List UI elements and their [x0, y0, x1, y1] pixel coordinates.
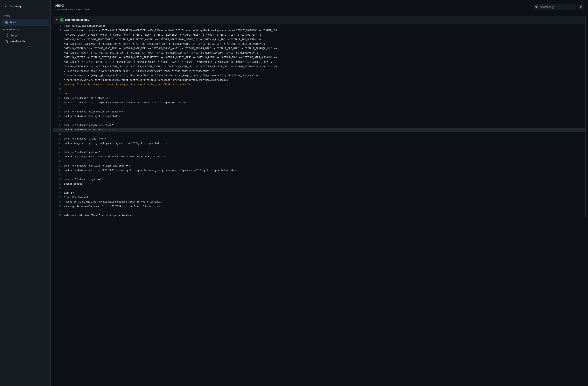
- log-line[interactable]: 57Warning: Permanently added '***' (ED25…: [53, 204, 586, 209]
- log-line[interactable]: 44: [53, 146, 586, 150]
- line-content: "/home/runner/work/_temp/_github_workflo…: [63, 73, 586, 78]
- line-number: 59: [53, 213, 63, 218]
- jobs-section-label: Jobs: [0, 13, 50, 19]
- line-content: exit $?: [63, 191, 586, 195]
- line-number: 53: [53, 186, 63, 191]
- line-content: Start Run Command: [63, 195, 586, 200]
- line-number: [53, 46, 63, 47]
- line-content: echo -e "2.docker stop myblog container=…: [63, 110, 586, 114]
- line-number: 29: [53, 28, 63, 33]
- log-line[interactable]: 53: [53, 186, 586, 191]
- line-number: 36: [53, 110, 63, 114]
- line-content: /usr/bin/docker run --name f5f7bb81f11ff…: [63, 28, 586, 33]
- chevron-icon: ▼: [56, 19, 58, 21]
- line-content: [63, 146, 586, 150]
- log-line[interactable]: "GITHUB_RETENTION_DAYS" -e "GITHUB_RUN_A…: [53, 42, 586, 46]
- job-header[interactable]: ▼ ssh remote deploy 1: [53, 16, 586, 24]
- line-content: ▶Run fifsky/ssh-action@master: [63, 24, 586, 28]
- log-line[interactable]: "GITHUB_SHA" -e "GITHUB_REPOSITORY" -e "…: [53, 38, 586, 42]
- log-line[interactable]: 41: [53, 132, 586, 137]
- line-number: 35: [53, 105, 63, 110]
- log-line[interactable]: 34echo *** | docker login registry.cn-he…: [53, 101, 586, 105]
- log-line[interactable]: 29/usr/bin/docker run --name f5f7bb81f11…: [53, 28, 586, 33]
- line-number: [53, 69, 63, 70]
- line-content: echo -e "4.docker image rm==>": [63, 137, 586, 141]
- log-line[interactable]: 39echo -e "3.docker conatainer rm==>": [53, 123, 586, 128]
- log-line[interactable]: 58: [53, 209, 586, 213]
- line-number: 57: [53, 204, 63, 209]
- line-number: 43: [53, 141, 63, 146]
- log-line[interactable]: 45echo -e "5.docker pull==>": [53, 150, 586, 155]
- log-line[interactable]: "GITHUB_REF_NAME" -e "GITHUB_REF_PROTECT…: [53, 51, 586, 55]
- line-number: 39: [53, 123, 63, 128]
- line-content: echo -e "5.docker pull==>": [63, 150, 586, 155]
- line-content: "GITHUB_RETENTION_DAYS" -e "GITHUB_RUN_A…: [63, 42, 586, 46]
- log-line[interactable]: 1▶Run fifsky/ssh-action@master: [53, 24, 586, 28]
- log-line[interactable]: "/home/runner/work/my-first-portfolio/my…: [53, 78, 586, 83]
- line-content: Warning: This action does not currently …: [63, 83, 586, 87]
- main-content: build succeeded 4 days ago in 2m 9s 🔍 ↺ …: [51, 0, 588, 386]
- log-line[interactable]: 40docker container rm my-first-portfolio: [53, 128, 586, 132]
- refresh-button[interactable]: ↺: [578, 4, 584, 10]
- log-line[interactable]: 55Start Run Command: [53, 195, 586, 200]
- log-line[interactable]: 37docker container stop my-first-portfol…: [53, 114, 586, 119]
- line-number: [53, 73, 63, 74]
- line-content: "GITHUB_SHA" -e "GITHUB_REPOSITORY" -e "…: [63, 38, 586, 42]
- log-line[interactable]: 31: [53, 87, 586, 92]
- log-line[interactable]: "GITHUB_WORKFLOW" -e "GITHUB_HEAD_REF" -…: [53, 46, 586, 51]
- line-number: [53, 55, 63, 56]
- log-line[interactable]: 51echo -e "7.docker logout==>": [53, 177, 586, 182]
- log-line[interactable]: 46docker pull registry.cn-heyuan.aliyunc…: [53, 155, 586, 159]
- log-line[interactable]: 42echo -e "4.docker image rm==>": [53, 137, 586, 141]
- line-content: [63, 209, 586, 213]
- log-line[interactable]: 49docker container run -d -p 3000:3000 -…: [53, 168, 586, 173]
- sidebar-item-usage[interactable]: Usage: [1, 32, 49, 38]
- log-line[interactable]: -e "INPUT_USER" -e "INPUT_PASS" -e "INPU…: [53, 33, 586, 37]
- line-number: 56: [53, 200, 63, 204]
- log-line[interactable]: "/home/runner/work/_temp/_github_workflo…: [53, 73, 586, 78]
- line-number: 55: [53, 195, 63, 200]
- line-content: cd /: [63, 92, 586, 96]
- search-logs-input[interactable]: [534, 4, 576, 10]
- sidebar-item-build[interactable]: build: [1, 19, 49, 26]
- log-line[interactable]: 59Welcome to Alibaba Cloud Elastic Compu…: [53, 213, 586, 218]
- line-number: 52: [53, 182, 63, 186]
- run-details-section-label: Run details: [0, 26, 50, 32]
- log-line[interactable]: 43docker image rm registry.cn-heyuan.ali…: [53, 141, 586, 146]
- log-line[interactable]: 48echo -e "6.docker container create and…: [53, 164, 586, 168]
- line-content: [63, 87, 586, 91]
- log-line[interactable]: 54exit $?: [53, 191, 586, 195]
- line-number: 30: [53, 83, 63, 87]
- sidebar-usage-label: Usage: [10, 34, 18, 37]
- log-line[interactable]: "GITHUB_STATE" -e "GITHUB_OUTPUT" -e "RU…: [53, 60, 586, 65]
- log-line[interactable]: 32cd /: [53, 92, 586, 96]
- log-line[interactable]: 50: [53, 173, 586, 177]
- line-content: "RUNNER_WORKSPACE" -e "ACTIONS_RUNTIME_U…: [63, 65, 586, 69]
- expand-icon[interactable]: ▶: [64, 25, 65, 27]
- log-line[interactable]: 56Pseudo-terminal will not be allocated …: [53, 200, 586, 204]
- line-content: docker image rm registry.cn-heyuan.aliyu…: [63, 141, 586, 146]
- header-right: 🔍 ↺: [534, 4, 584, 10]
- line-number: 38: [53, 119, 63, 123]
- log-line[interactable]: 30Warning: This action does not currentl…: [53, 83, 586, 87]
- sidebar-item-workflow-file[interactable]: Workflow file: [1, 38, 49, 45]
- line-number: 48: [53, 164, 63, 168]
- line-content: echo -e "7.docker logout==>": [63, 177, 586, 182]
- log-line[interactable]: "GITHUB_ACTION" -e "GITHUB_EVENT_PATH" -…: [53, 55, 586, 60]
- line-number: 58: [53, 209, 63, 213]
- line-number: [53, 38, 63, 38]
- line-number: 33: [53, 96, 63, 101]
- log-line[interactable]: v "/var/run/docker.sock":"/var/run/docke…: [53, 69, 586, 73]
- line-number: 46: [53, 155, 63, 159]
- header-left: build succeeded 4 days ago in 2m 9s: [54, 3, 90, 11]
- log-line[interactable]: 35: [53, 105, 586, 110]
- log-line[interactable]: 47: [53, 159, 586, 164]
- log-line[interactable]: "RUNNER_WORKSPACE" -e "ACTIONS_RUNTIME_U…: [53, 65, 586, 69]
- sidebar-item-summary[interactable]: Summary: [1, 3, 49, 9]
- log-line[interactable]: 38: [53, 119, 586, 123]
- log-line[interactable]: 33echo -e "1.docker login start==>": [53, 96, 586, 101]
- log-line[interactable]: 52docker logout: [53, 182, 586, 186]
- log-line[interactable]: 36echo -e "2.docker stop myblog containe…: [53, 110, 586, 114]
- log-container[interactable]: ▼ ssh remote deploy 1 1▶Run fifsky/ssh-a…: [51, 13, 588, 386]
- line-number: [53, 60, 63, 61]
